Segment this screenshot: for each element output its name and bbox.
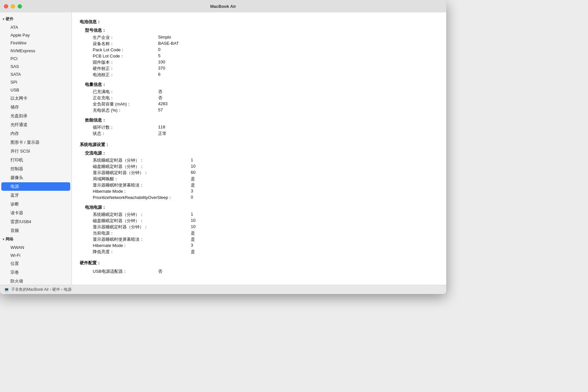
sidebar-item-power[interactable]: 电源 <box>1 182 70 191</box>
table-row: 已充满电： 否 <box>80 89 438 95</box>
value-pack-lot: 0 <box>158 47 160 53</box>
title-bar: MacBook Air <box>0 0 446 12</box>
label-dim-display-ac: 显示器睡眠时使屏幕暗淡： <box>80 182 191 188</box>
sidebar-item-ata[interactable]: ATA <box>1 24 70 31</box>
label-full-capacity: 全负荷容量 (mAh)： <box>80 101 158 107</box>
table-row: 局域网唤醒： 是 <box>80 176 438 182</box>
value-hw-calibration: 370 <box>158 66 165 72</box>
value-sys-sleep-ac: 1 <box>191 157 193 163</box>
sidebar-item-storage[interactable]: 储存 <box>1 103 70 111</box>
table-row: USB电源适配器： 否 <box>80 269 438 274</box>
label-manufacturer: 生产企业： <box>80 35 158 41</box>
sidebar-item-thunderbolt[interactable]: 雷雳/USB4 <box>1 218 70 226</box>
sidebar-section-network[interactable]: ▾ 网络 <box>0 235 72 243</box>
battery-info-title: 电池信息： <box>80 19 438 25</box>
table-row: PCB Lot Code： 5 <box>80 53 438 59</box>
value-status: 正常 <box>158 131 167 137</box>
label-wake-lan-ac: 局域网唤醒： <box>80 176 191 182</box>
table-row: 电池校正： 6 <box>80 72 438 78</box>
sidebar-item-firewall[interactable]: 防火墙 <box>1 277 70 285</box>
perf-info-title: 效能信息： <box>82 117 438 123</box>
label-batt-calibration: 电池校正： <box>80 72 158 78</box>
value-hibernate-mode-batt: 3 <box>191 243 193 249</box>
sidebar-item-graphics[interactable]: 图形卡 / 显示器 <box>1 138 70 147</box>
label-hw-calibration: 硬件校正： <box>80 66 158 72</box>
sidebar-item-nvmexpress[interactable]: NVMExpress <box>1 47 70 55</box>
table-row: Pack Lot Code： 0 <box>80 47 438 53</box>
sidebar-item-parallel-scsi[interactable]: 并行 SCSI <box>1 147 70 155</box>
sidebar-item-sas[interactable]: SAS <box>1 63 70 70</box>
value-firmware: 100 <box>158 59 165 65</box>
window-title: MacBook Air <box>210 4 236 9</box>
sidebar-item-location[interactable]: 位置 <box>1 259 70 268</box>
sidebar-item-wifi[interactable]: Wi-Fi <box>1 252 70 259</box>
hardware-section-label: 硬件 <box>6 16 13 22</box>
breadcrumb: 子非鱼的MacBook Air › 硬件 › 电源 <box>11 287 72 292</box>
sidebar-item-firewire[interactable]: FireWire <box>1 39 70 47</box>
table-row: 全负荷容量 (mAh)： 4283 <box>80 101 438 107</box>
charge-info-table: 已充满电： 否 正在充电： 否 全负荷容量 (mAh)： 4283 充电状态 (… <box>80 89 438 113</box>
label-sys-sleep-ac: 系统睡眠定时器（分钟）： <box>80 157 191 163</box>
sidebar-item-printer[interactable]: 打印机 <box>1 156 70 164</box>
macbook-icon: 💻 <box>4 287 9 292</box>
sidebar-item-card-reader[interactable]: 读卡器 <box>1 209 70 217</box>
power-settings-title: 系统电源设置： <box>80 142 438 148</box>
table-row: 充电状态 (%)： 57 <box>80 107 438 113</box>
label-disk-sleep-batt: 磁盘睡眠定时器（分钟）： <box>80 218 191 224</box>
sidebar-item-bluetooth[interactable]: 蓝牙 <box>1 191 70 200</box>
bottom-bar: 💻 子非鱼的MacBook Air › 硬件 › 电源 <box>0 285 446 294</box>
table-row: 当前电源： 是 <box>80 230 438 236</box>
table-row: 状态： 正常 <box>80 131 438 137</box>
sidebar-item-ethernet[interactable]: 以太网卡 <box>1 94 70 103</box>
value-sys-sleep-batt: 1 <box>191 212 193 218</box>
sidebar-item-apple-pay[interactable]: Apple Pay <box>1 31 70 39</box>
sidebar-item-usb[interactable]: USB <box>1 86 70 94</box>
sidebar-section-hardware[interactable]: ▾ 硬件 <box>0 15 72 23</box>
sidebar-item-pci[interactable]: PCI <box>1 55 70 62</box>
sidebar-item-sata[interactable]: SATA <box>1 71 70 78</box>
ac-power-table: 系统睡眠定时器（分钟）： 1 磁盘睡眠定时器（分钟）： 10 显示器睡眠定时器（… <box>80 157 438 201</box>
value-usb-adapter: 否 <box>158 269 162 274</box>
value-device-name: BASE-BAT <box>158 41 179 47</box>
minimize-button[interactable] <box>11 4 15 8</box>
zoom-button[interactable] <box>18 4 22 8</box>
hardware-config-title: 硬件配置： <box>80 260 438 266</box>
sidebar-item-volumes[interactable]: 宗卷 <box>1 268 70 277</box>
table-row: 正在充电： 否 <box>80 95 438 101</box>
label-firmware: 固件版本： <box>80 59 158 65</box>
label-status: 状态： <box>80 131 158 137</box>
traffic-lights <box>4 4 22 8</box>
label-device-name: 设备名称： <box>80 41 158 47</box>
sidebar-item-spi[interactable]: SPI <box>1 78 70 86</box>
value-reduce-brightness: 是 <box>191 249 195 255</box>
table-row: 系统睡眠定时器（分钟）： 1 <box>80 157 438 163</box>
value-prioritize-network-ac: 0 <box>191 195 193 201</box>
sidebar-item-wwan[interactable]: WWAN <box>1 244 70 251</box>
value-current-power: 是 <box>191 230 195 236</box>
sidebar-item-audio[interactable]: 音频 <box>1 226 70 235</box>
battery-power-title: 电池电源： <box>82 204 438 210</box>
label-charge-status: 充电状态 (%)： <box>80 107 158 113</box>
table-row: Hibernate Mode： 3 <box>80 188 438 194</box>
value-charging: 否 <box>158 95 162 101</box>
value-display-sleep-batt: 10 <box>191 224 195 230</box>
label-usb-adapter: USB电源适配器： <box>80 269 158 274</box>
table-row: Hibernate Mode： 3 <box>80 243 438 249</box>
sidebar-item-diagnostics[interactable]: 诊断 <box>1 200 70 208</box>
sidebar-item-camera[interactable]: 摄像头 <box>1 173 70 182</box>
value-pcb-lot: 5 <box>158 53 160 59</box>
sidebar-item-controller[interactable]: 控制器 <box>1 165 70 173</box>
sidebar-item-disc-burn[interactable]: 光盘刻录 <box>1 112 70 120</box>
close-button[interactable] <box>4 4 8 8</box>
label-pcb-lot: PCB Lot Code： <box>80 53 158 59</box>
sidebar-item-memory[interactable]: 内存 <box>1 129 70 138</box>
app-body: ▾ 硬件 ATA Apple Pay FireWire NVMExpress P… <box>0 12 446 285</box>
value-manufacturer: Simplo <box>158 35 171 41</box>
table-row: 显示器睡眠定时器（分钟）： 60 <box>80 170 438 176</box>
sidebar-item-fiber[interactable]: 光纤通道 <box>1 121 70 129</box>
value-fully-charged: 否 <box>158 89 162 95</box>
table-row: 降低亮度： 是 <box>80 249 438 255</box>
label-disk-sleep-ac: 磁盘睡眠定时器（分钟）： <box>80 164 191 170</box>
charge-info-title: 电量信息： <box>82 82 438 88</box>
label-cycle-count: 循环计数： <box>80 124 158 130</box>
